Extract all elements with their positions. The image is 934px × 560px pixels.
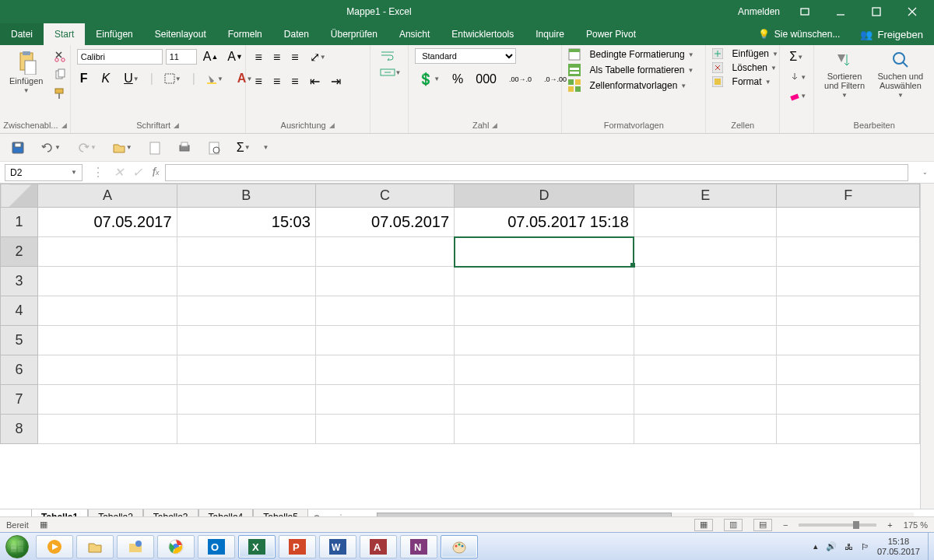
cell[interactable]: [177, 385, 315, 415]
format-painter-button[interactable]: [51, 86, 69, 101]
wrap-text-button[interactable]: [377, 48, 399, 62]
launcher-icon[interactable]: ◢: [61, 121, 67, 129]
tell-me[interactable]: 💡 Sie wünschen...: [749, 23, 850, 45]
sort-filter-button[interactable]: Sortieren und Filtern▼: [820, 48, 868, 100]
cell[interactable]: [177, 267, 315, 296]
format-as-table-button[interactable]: Als Tabelle formatieren▼: [568, 64, 693, 76]
network-icon[interactable]: 🖧: [844, 542, 853, 551]
tab-developer[interactable]: Entwicklertools: [441, 23, 525, 45]
save-button[interactable]: [8, 139, 28, 156]
task-tools[interactable]: [117, 535, 154, 558]
underline-button[interactable]: U▼: [121, 70, 142, 87]
row-header[interactable]: 4: [1, 296, 38, 326]
page-break-view-button[interactable]: ▤: [753, 519, 772, 531]
task-explorer[interactable]: [76, 535, 114, 558]
align-middle-icon[interactable]: ≡: [270, 49, 283, 66]
insert-cells-button[interactable]: Einfügen▼: [712, 48, 778, 59]
align-center-icon[interactable]: ≡: [270, 73, 283, 90]
cell[interactable]: [777, 208, 920, 237]
tab-review[interactable]: Überprüfen: [320, 23, 388, 45]
volume-icon[interactable]: 🔊: [826, 541, 837, 551]
flag-icon[interactable]: 🏳: [861, 542, 869, 551]
fill-color-button[interactable]: ▼: [203, 72, 226, 86]
row-header[interactable]: 1: [1, 208, 38, 237]
accounting-format-icon[interactable]: 💲▼: [415, 70, 443, 88]
borders-button[interactable]: ▼: [161, 72, 184, 86]
task-word[interactable]: W: [319, 535, 356, 558]
open-button[interactable]: ▼: [109, 139, 135, 156]
orientation-icon[interactable]: ⤢▼: [307, 48, 329, 66]
delete-cells-button[interactable]: Löschen▼: [712, 62, 777, 73]
cell[interactable]: [38, 237, 177, 267]
start-button[interactable]: [0, 533, 34, 561]
row-header[interactable]: 7: [1, 385, 38, 415]
tab-view[interactable]: Ansicht: [388, 23, 441, 45]
cell[interactable]: [777, 415, 920, 444]
normal-view-button[interactable]: ▦: [694, 519, 713, 531]
launcher-icon[interactable]: ◢: [174, 121, 179, 129]
ribbon-display-icon[interactable]: [794, 6, 816, 17]
increase-decimal-icon[interactable]: .00→.0: [506, 74, 535, 85]
tab-data[interactable]: Daten: [273, 23, 320, 45]
tab-pagelayout[interactable]: Seitenlayout: [144, 23, 217, 45]
row-header[interactable]: 2: [1, 237, 38, 267]
tab-inquire[interactable]: Inquire: [525, 23, 575, 45]
tab-formulas[interactable]: Formeln: [217, 23, 273, 45]
name-box[interactable]: D2 ▼: [5, 164, 83, 181]
align-left-icon[interactable]: ≡: [252, 73, 265, 90]
tray-expand-icon[interactable]: ▴: [813, 541, 818, 551]
task-onenote[interactable]: N: [400, 535, 437, 558]
cell[interactable]: [777, 237, 920, 267]
cell[interactable]: [455, 267, 634, 296]
cell[interactable]: [177, 415, 315, 444]
task-excel[interactable]: X: [238, 535, 276, 558]
italic-button[interactable]: K: [99, 70, 114, 87]
cell[interactable]: [777, 385, 920, 415]
cell[interactable]: [634, 296, 777, 326]
cell[interactable]: [38, 326, 177, 355]
maximize-icon[interactable]: [866, 6, 887, 17]
cell-styles-button[interactable]: Zellenformatvorlagen▼: [568, 79, 686, 92]
cancel-edit-icon[interactable]: ✕: [109, 165, 128, 180]
cut-button[interactable]: [51, 48, 69, 64]
cell[interactable]: [177, 326, 315, 355]
cell[interactable]: [315, 326, 454, 355]
bold-button[interactable]: F: [77, 70, 91, 87]
share-button[interactable]: 👥 Freigeben: [849, 23, 934, 45]
qat-more-icon[interactable]: ▼: [263, 144, 269, 151]
comma-format-icon[interactable]: 000: [472, 71, 500, 88]
cell[interactable]: [455, 237, 634, 267]
cell[interactable]: [315, 355, 454, 385]
autosum-button[interactable]: Σ▼: [786, 48, 806, 65]
cell[interactable]: [177, 237, 315, 267]
zoom-in-button[interactable]: +: [887, 520, 892, 530]
zoom-level[interactable]: 175 %: [904, 520, 928, 530]
cell[interactable]: [634, 237, 777, 267]
column-header[interactable]: B: [177, 184, 315, 208]
select-all-corner[interactable]: [1, 184, 38, 208]
percent-format-icon[interactable]: %: [449, 71, 466, 88]
cell[interactable]: [38, 296, 177, 326]
row-header[interactable]: 5: [1, 326, 38, 355]
cell[interactable]: [455, 415, 634, 444]
zoom-out-button[interactable]: −: [783, 520, 788, 530]
macro-record-icon[interactable]: ▦: [40, 520, 47, 530]
cell[interactable]: 07.05.2017 15:18: [455, 208, 634, 237]
cell[interactable]: [777, 326, 920, 355]
merge-center-button[interactable]: ▼: [377, 65, 405, 79]
formula-input[interactable]: [165, 164, 908, 181]
cell[interactable]: 07.05.2017: [38, 208, 177, 237]
tab-start[interactable]: Start: [44, 23, 85, 45]
cell[interactable]: 07.05.2017: [315, 208, 454, 237]
decrease-indent-icon[interactable]: ⇤: [307, 72, 323, 90]
cell[interactable]: [38, 385, 177, 415]
find-select-button[interactable]: Suchen und Auswählen▼: [873, 48, 928, 100]
tab-file[interactable]: Datei: [0, 23, 44, 45]
show-desktop-button[interactable]: [928, 533, 934, 560]
conditional-formatting-button[interactable]: Bedingte Formatierung▼: [568, 48, 693, 61]
align-top-icon[interactable]: ≡: [252, 49, 265, 66]
copy-button[interactable]: [51, 67, 69, 82]
cell[interactable]: [455, 355, 634, 385]
launcher-icon[interactable]: ◢: [329, 121, 335, 129]
cell[interactable]: [177, 355, 315, 385]
